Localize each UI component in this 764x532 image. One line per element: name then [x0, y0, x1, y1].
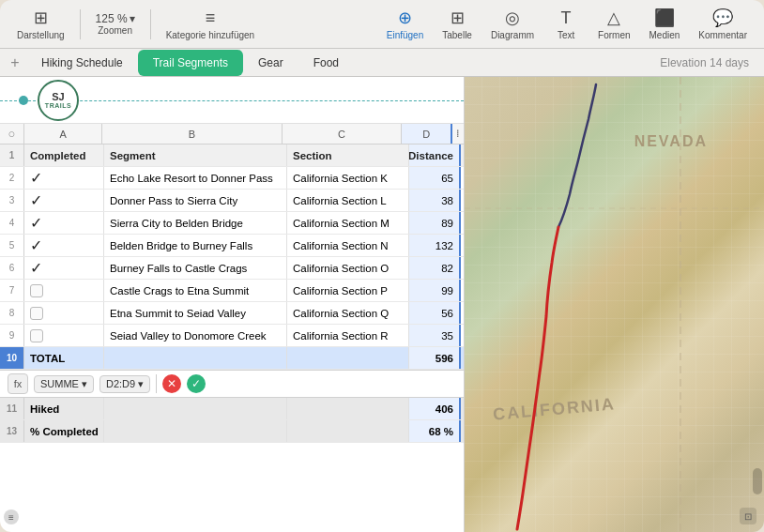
- cell-a-7: [24, 280, 104, 301]
- row-num-7: 7: [0, 280, 24, 301]
- cell-a-6: ✓: [24, 257, 104, 279]
- col-header-d[interactable]: D: [402, 124, 452, 144]
- resize-handle[interactable]: ⊡: [740, 508, 756, 524]
- cell-total-empty-c: [287, 347, 409, 369]
- cell-a-8: [24, 302, 104, 324]
- diagramm-icon: ◎: [505, 8, 520, 28]
- tabelle-button[interactable]: ⊞ Tabelle: [433, 4, 481, 44]
- kommentar-button[interactable]: 💬 Kommentar: [689, 4, 756, 44]
- col-resize-handle[interactable]: ⁞: [452, 124, 464, 144]
- row-num-9: 9: [0, 325, 24, 346]
- main-content: SJ TRAILS ○ A B C D ⁞ 1 Completed Segmen…: [0, 77, 764, 532]
- cell-pct-empty-c: [287, 420, 409, 442]
- fx-button[interactable]: fx: [8, 373, 28, 394]
- kategorie-icon: ≡: [206, 8, 216, 28]
- zoom-control[interactable]: 125 %▾ Zoomen: [86, 8, 145, 39]
- tab-gear[interactable]: Gear: [243, 50, 298, 76]
- col-header-b[interactable]: B: [102, 124, 282, 144]
- formula-bar: fx SUMME ▾ D2:D9 ▾ ✕ ✓: [0, 370, 464, 398]
- accept-formula-button[interactable]: ✓: [187, 374, 206, 393]
- einfuegen-icon: ⊕: [398, 8, 412, 28]
- darstellung-button[interactable]: ⊞ Darstellung: [8, 4, 74, 44]
- table-body: 1 Completed Segment Section Distance 2 ✓…: [0, 144, 464, 532]
- table-row[interactable]: 7 Castle Crags to Etna Summit California…: [0, 280, 464, 302]
- darstellung-icon: ⊞: [34, 8, 48, 28]
- kategorie-label: Kategorie hinzufügen: [166, 30, 255, 40]
- medien-button[interactable]: ⬛ Medien: [640, 4, 690, 44]
- cell-hiked-label: Hiked: [24, 398, 104, 419]
- cell-d-7: 99: [409, 280, 461, 301]
- text-label: Text: [558, 30, 574, 40]
- tabelle-label: Tabelle: [442, 30, 472, 40]
- diagramm-label: Diagramm: [491, 30, 534, 40]
- toolbar: ⊞ Darstellung 125 %▾ Zoomen ≡ Kategorie …: [0, 0, 764, 49]
- formen-button[interactable]: △ Formen: [588, 4, 639, 44]
- tab-trail-segments[interactable]: Trail Segments: [138, 50, 243, 76]
- row-num-3: 3: [0, 190, 24, 211]
- darstellung-label: Darstellung: [17, 30, 65, 40]
- cell-hiked-value: 406: [409, 398, 461, 419]
- map-scroll-handle[interactable]: [753, 468, 762, 494]
- header-distance: Distance: [409, 144, 461, 166]
- column-headers: ○ A B C D ⁞: [0, 124, 464, 144]
- cell-d-5: 132: [409, 235, 461, 256]
- cell-c-8: California Section Q: [287, 302, 409, 324]
- total-row: 10 TOTAL 596: [0, 347, 464, 370]
- row-num-1: 1: [0, 144, 24, 166]
- cell-d-2: 65: [409, 167, 461, 189]
- zoom-label: Zoomen: [98, 25, 132, 36]
- zoom-value: 125 %▾: [96, 12, 135, 25]
- cell-c-7: California Section P: [287, 280, 409, 301]
- table-row[interactable]: 2 ✓ Echo Lake Resort to Donner Pass Cali…: [0, 167, 464, 190]
- kategorie-button[interactable]: ≡ Kategorie hinzufügen: [157, 5, 265, 44]
- cell-d-9: 35: [409, 325, 461, 346]
- col-header-c[interactable]: C: [283, 124, 403, 144]
- cell-pct-label: % Completed: [24, 420, 104, 442]
- medien-label: Medien: [649, 30, 680, 40]
- table-row[interactable]: 4 ✓ Sierra City to Belden Bridge Califor…: [0, 212, 464, 235]
- table-row[interactable]: 6 ✓ Burney Falls to Castle Crags Califor…: [0, 257, 464, 280]
- pct-row: 13 % Completed 68 %: [0, 420, 464, 443]
- einfuegen-button[interactable]: ⊕ Einfügen: [377, 4, 433, 44]
- formen-icon: △: [607, 8, 620, 28]
- table-row[interactable]: 8 Etna Summit to Seiad Valley California…: [0, 302, 464, 325]
- cell-b-6: Burney Falls to Castle Crags: [104, 257, 287, 279]
- cell-a-2: ✓: [24, 167, 104, 189]
- tabelle-icon: ⊞: [451, 8, 465, 28]
- cell-total-label: TOTAL: [24, 347, 104, 369]
- elevation-tab[interactable]: Elevation 14 days: [649, 56, 760, 69]
- text-button[interactable]: T Text: [543, 5, 588, 44]
- cell-d-4: 89: [409, 212, 461, 234]
- formen-label: Formen: [598, 30, 630, 40]
- cell-d-6: 82: [409, 257, 461, 279]
- logo-area: SJ TRAILS: [0, 77, 464, 124]
- medien-icon: ⬛: [654, 8, 675, 28]
- cell-pct-empty-b: [104, 420, 287, 442]
- table-row[interactable]: 3 ✓ Donner Pass to Sierra City Californi…: [0, 190, 464, 212]
- cell-pct-value: 68 %: [409, 420, 461, 442]
- logo-sj: SJ: [52, 92, 64, 102]
- diagramm-button[interactable]: ◎ Diagramm: [481, 4, 543, 44]
- cell-b-4: Sierra City to Belden Bridge: [104, 212, 287, 234]
- range-chevron: ▾: [138, 378, 144, 390]
- text-icon: T: [561, 8, 572, 28]
- row-num-13: 13: [0, 420, 24, 442]
- cell-b-7: Castle Crags to Etna Summit: [104, 280, 287, 301]
- einfuegen-label: Einfügen: [387, 30, 423, 40]
- cell-a-9: [24, 325, 104, 346]
- sheet-menu-button[interactable]: ≡: [4, 509, 19, 524]
- tab-food[interactable]: Food: [298, 50, 354, 76]
- cell-a-5: ✓: [24, 235, 104, 256]
- map-panel: NEVADA CALIFORNIA ⊡: [465, 77, 764, 532]
- tab-bar-right: Elevation 14 days: [649, 56, 760, 69]
- cell-b-3: Donner Pass to Sierra City: [104, 190, 287, 211]
- col-header-a[interactable]: A: [24, 124, 102, 144]
- formula-divider: [156, 374, 157, 393]
- cancel-formula-button[interactable]: ✕: [162, 374, 181, 393]
- range-selector[interactable]: D2:D9 ▾: [99, 375, 150, 393]
- tab-hiking[interactable]: Hiking Schedule: [26, 50, 138, 76]
- function-selector[interactable]: SUMME ▾: [34, 375, 94, 393]
- add-sheet-button[interactable]: +: [4, 52, 26, 74]
- table-row[interactable]: 9 Seiad Valley to Donomore Creek Califor…: [0, 325, 464, 347]
- table-row[interactable]: 5 ✓ Belden Bridge to Burney Falls Califo…: [0, 235, 464, 257]
